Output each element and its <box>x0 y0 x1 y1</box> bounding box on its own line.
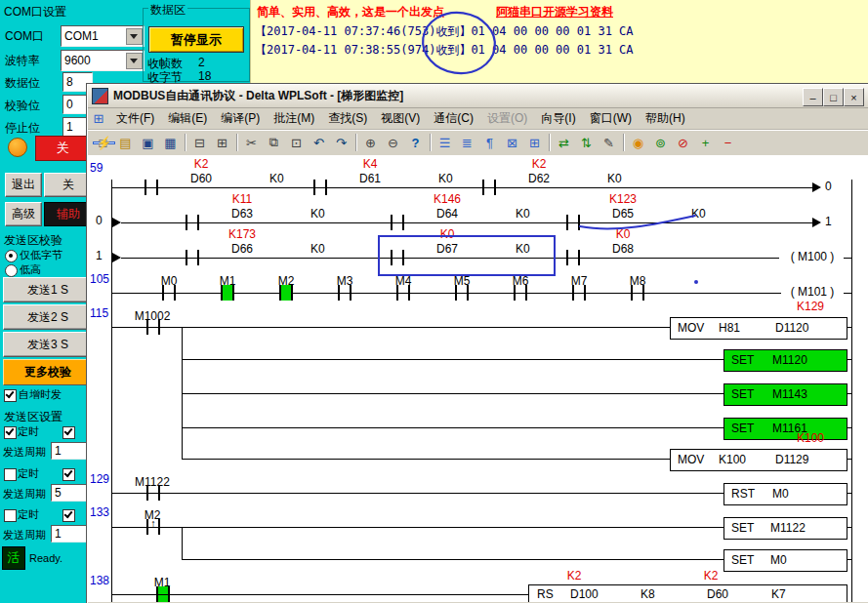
live-value: K173 <box>203 227 281 241</box>
stop-icon[interactable]: ⊘ <box>673 133 693 153</box>
checksum-title: 发送区校验 <box>4 232 62 249</box>
rung-line <box>111 594 528 595</box>
print-icon[interactable]: ⊟ <box>189 133 210 153</box>
paste-icon[interactable]: ⊡ <box>286 133 307 153</box>
radio-low-byte-only[interactable] <box>5 250 18 262</box>
instruction-view-icon[interactable]: ≣ <box>457 133 477 153</box>
copy-icon[interactable]: ⧉ <box>264 133 284 153</box>
timer1-period-label: 发送周期 <box>3 445 46 460</box>
timer2-period-field[interactable]: 5 <box>51 484 90 502</box>
device-label: D64 <box>408 207 486 221</box>
menu-search[interactable]: 查找(S) <box>321 108 374 129</box>
ladder-diagram[interactable]: 59 K2 D60 K0 K4 D61 K0 K2 D62 K0 0 0 K11… <box>88 155 868 602</box>
comment-view-icon[interactable]: ¶ <box>479 133 500 153</box>
restore-button[interactable]: □ <box>823 88 844 106</box>
baud-value: 9600 <box>64 54 91 67</box>
print-preview-icon[interactable]: ⊞ <box>212 133 232 153</box>
status-badge: 活 <box>2 546 25 570</box>
menu-edit[interactable]: 编辑(E) <box>161 108 214 129</box>
status-ready: Ready. <box>29 552 62 564</box>
timer3-checkbox-2[interactable] <box>62 509 75 522</box>
menu-file[interactable]: 文件(F) <box>109 108 161 129</box>
live-value: K100 <box>771 431 849 445</box>
undo-icon[interactable]: ↶ <box>309 133 329 153</box>
instruction-src: H81 <box>719 321 740 335</box>
device-label: D66 <box>203 242 281 256</box>
rx-log-line-1: 【2017-04-11 07:37:46(753)收到】01 04 00 00 … <box>255 23 634 40</box>
grid-view-icon[interactable]: ⊞ <box>524 133 545 153</box>
chevron-down-icon[interactable] <box>126 53 143 69</box>
menu-help[interactable]: 帮助(H) <box>639 108 692 129</box>
menu-comment[interactable]: 批注(M) <box>267 108 321 129</box>
timer1-checkbox-2[interactable] <box>62 426 75 439</box>
send1-button[interactable]: 发送1 S <box>3 277 93 302</box>
com-port-select[interactable]: COM1 <box>61 25 145 47</box>
timer3-checkbox[interactable] <box>4 509 17 522</box>
timer2-checkbox-2[interactable] <box>62 468 75 481</box>
redo-icon[interactable]: ↷ <box>331 133 351 153</box>
compile-instruction-icon[interactable]: ⇅ <box>576 133 597 153</box>
contact-M7 <box>572 285 586 301</box>
child-window-icon[interactable]: ⊞ <box>90 111 107 126</box>
device-table-icon[interactable]: ⊠ <box>502 133 522 153</box>
device-label: D62 <box>500 172 578 185</box>
exit-button[interactable]: 退出 <box>5 173 42 197</box>
auto-send-checkbox[interactable] <box>4 389 17 402</box>
timer1-checkbox[interactable] <box>4 426 17 439</box>
contact-compare <box>391 250 404 265</box>
menu-window[interactable]: 窗口(W) <box>583 108 639 129</box>
save-all-icon[interactable]: ▦ <box>160 133 181 153</box>
compare-value: K0 <box>516 207 530 221</box>
timer2-checkbox[interactable] <box>4 468 17 481</box>
send2-button[interactable]: 发送2 S <box>3 304 93 330</box>
timer1-label: 定时 <box>18 424 39 439</box>
close-window-button[interactable]: × <box>844 88 864 106</box>
live-value: K129 <box>771 300 849 313</box>
ladder-view-icon[interactable]: ☰ <box>434 133 455 153</box>
menu-communication[interactable]: 通信(C) <box>427 108 480 129</box>
chevron-down-icon[interactable] <box>126 28 143 45</box>
more-checksum-button[interactable]: 更多校验 <box>3 359 93 385</box>
compile-ladder-icon[interactable]: ⇄ <box>554 133 574 153</box>
delete-icon[interactable]: − <box>718 133 738 153</box>
instruction-arg: K8 <box>641 587 655 601</box>
continuation-marker: 0 <box>96 214 103 227</box>
baud-select[interactable]: 9600 <box>61 50 145 71</box>
pause-display-button[interactable]: 暂停显示 <box>148 26 244 53</box>
zoom-in-icon[interactable]: ⊕ <box>360 133 381 153</box>
menu-options[interactable]: 设置(O) <box>480 108 534 129</box>
advanced-button[interactable]: 高级 <box>5 202 42 226</box>
open-file-icon[interactable]: ▤ <box>115 133 136 153</box>
continuation-marker: 1 <box>96 249 103 262</box>
insert-icon[interactable]: + <box>695 133 716 153</box>
radio-low-high[interactable] <box>5 264 18 277</box>
com-close-button[interactable]: 关 <box>35 136 90 161</box>
menu-compile[interactable]: 编译(P) <box>214 108 267 129</box>
online-monitor-icon[interactable]: ⚡ <box>93 141 115 144</box>
timer3-period-field[interactable]: 1 <box>51 525 90 543</box>
network-icon[interactable]: ⊚ <box>650 133 671 153</box>
minimize-button[interactable]: – <box>803 88 823 106</box>
branch-line <box>182 393 723 394</box>
help-icon[interactable]: ? <box>405 133 426 153</box>
output-coil: ( M100 ) <box>779 250 846 263</box>
step-number: 133 <box>90 505 109 519</box>
instruction-op: SET <box>731 387 754 401</box>
zoom-out-icon[interactable]: ⊖ <box>383 133 403 153</box>
continuation-arrow <box>112 218 121 227</box>
cut-icon[interactable]: ✂ <box>241 133 262 153</box>
contact-M4 <box>396 285 410 301</box>
menu-wizard[interactable]: 向导(I) <box>534 108 582 129</box>
menu-view[interactable]: 视图(V) <box>374 108 427 129</box>
timer1-period-field[interactable]: 1 <box>51 442 90 460</box>
banner-brand-link[interactable]: 阿猫串口开源学习资料 <box>496 4 613 20</box>
compare-value: K0 <box>607 172 622 185</box>
send3-button[interactable]: 发送3 S <box>3 332 93 357</box>
contact-M2-on <box>279 285 293 301</box>
indicator-icon[interactable]: ◉ <box>628 133 648 153</box>
toolbar-separator <box>430 134 431 151</box>
edit-monitor-icon[interactable]: ✎ <box>599 133 619 153</box>
live-value: K2 <box>500 157 578 171</box>
window-titlebar[interactable]: MODBUS自由通讯协议 - Delta WPLSoft - [梯形图监控] –… <box>88 85 868 108</box>
save-icon[interactable]: ▣ <box>138 133 158 153</box>
